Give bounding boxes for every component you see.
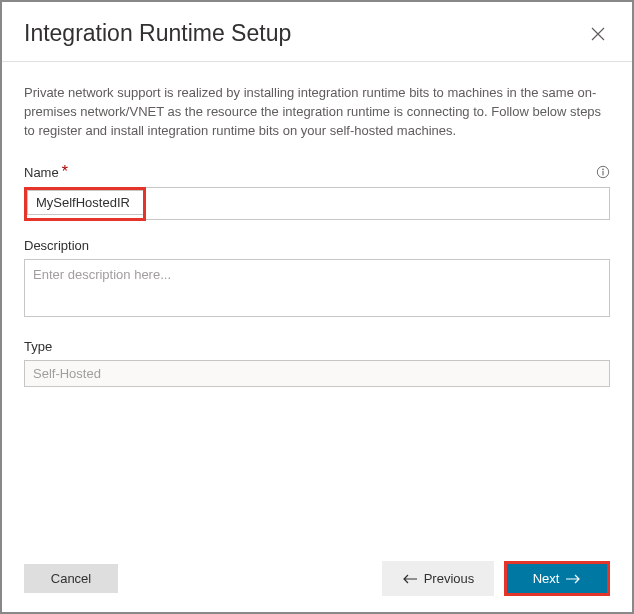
field-name: Name* MySelfHostedIR	[24, 163, 610, 220]
dialog-body: Private network support is realized by i…	[2, 62, 632, 387]
type-input	[24, 360, 610, 387]
previous-button[interactable]: Previous	[382, 561, 494, 596]
type-label: Type	[24, 339, 52, 354]
dialog-title: Integration Runtime Setup	[24, 20, 291, 47]
next-button[interactable]: Next	[507, 564, 607, 593]
field-type: Type	[24, 339, 610, 387]
name-highlight-box: MySelfHostedIR	[24, 187, 146, 221]
intro-text: Private network support is realized by i…	[24, 84, 610, 141]
dialog-footer: Cancel Previous Next	[2, 547, 632, 612]
description-label: Description	[24, 238, 89, 253]
next-label: Next	[533, 571, 560, 586]
close-icon	[591, 27, 605, 41]
cancel-label: Cancel	[51, 571, 91, 586]
name-value: MySelfHostedIR	[27, 190, 143, 215]
required-asterisk: *	[62, 163, 68, 180]
field-description: Description	[24, 238, 610, 321]
svg-point-1	[602, 168, 604, 170]
arrow-right-icon	[565, 574, 581, 584]
name-input[interactable]: MySelfHostedIR	[24, 187, 610, 220]
svg-rect-2	[602, 170, 603, 174]
name-label: Name	[24, 165, 59, 180]
previous-label: Previous	[424, 571, 475, 586]
dialog-header: Integration Runtime Setup	[2, 2, 632, 61]
info-icon[interactable]	[596, 165, 610, 179]
next-highlight-box: Next	[504, 561, 610, 596]
name-input-remainder	[143, 187, 610, 220]
description-input[interactable]	[24, 259, 610, 317]
cancel-button[interactable]: Cancel	[24, 564, 118, 593]
arrow-left-icon	[402, 574, 418, 584]
close-button[interactable]	[586, 22, 610, 46]
